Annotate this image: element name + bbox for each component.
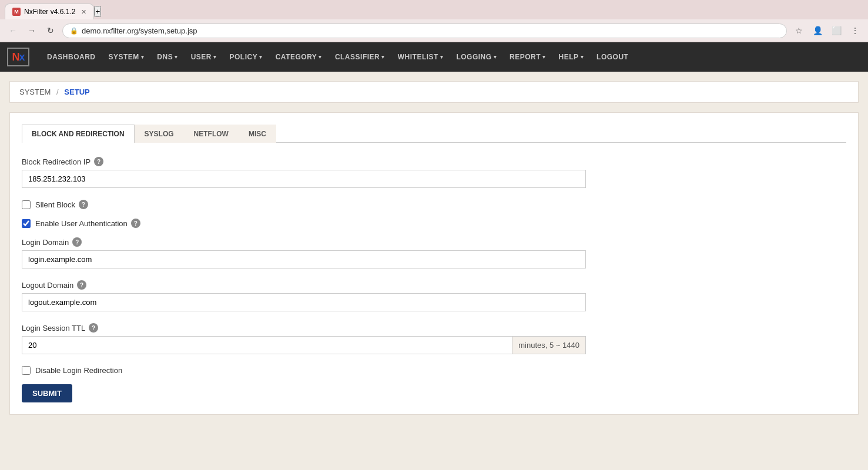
profile-button[interactable]: 👤 [809, 22, 826, 39]
chevron-down-icon: ▾ [175, 54, 178, 60]
nav-link-dashboard[interactable]: DASHBOARD [41, 48, 102, 66]
browser-chrome: M NxFilter v4.6.1.2 ✕ + ← → ↻ 🔒 ☆ 👤 ⬜ ⋮ [0, 0, 868, 42]
nav-menu: DASHBOARD SYSTEM ▾ DNS ▾ USER ▾ POLICY ▾… [41, 48, 634, 66]
breadcrumb: SYSTEM / SETUP [9, 81, 859, 103]
silent-block-label: Silent Block ? [35, 200, 88, 209]
url-bar[interactable]: 🔒 [62, 24, 787, 38]
nav-item-dashboard[interactable]: DASHBOARD [41, 48, 102, 66]
tab-syslog[interactable]: SYSLOG [135, 125, 184, 143]
secure-icon: 🔒 [70, 27, 78, 35]
logo-nx: Nx [12, 51, 24, 63]
chevron-down-icon: ▾ [213, 54, 217, 60]
breadcrumb-current: SETUP [64, 88, 89, 96]
tab-title: NxFilter v4.6.1.2 [24, 8, 75, 16]
login-domain-help-icon[interactable]: ? [72, 237, 82, 247]
browser-nav-buttons: ← → ↻ [5, 22, 59, 39]
nav-link-whitelist[interactable]: WHITELIST ▾ [392, 48, 450, 66]
nav-item-user[interactable]: USER ▾ [185, 48, 223, 66]
chevron-down-icon: ▾ [581, 54, 584, 60]
app-logo: Nx [7, 48, 29, 66]
enable-user-auth-row: Enable User Authentication ? [22, 219, 846, 228]
nav-item-policy[interactable]: POLICY ▾ [224, 48, 269, 66]
nav-link-logging[interactable]: LOGGING ▾ [450, 48, 502, 66]
nav-link-logout[interactable]: LOGOUT [591, 48, 634, 66]
silent-block-help-icon[interactable]: ? [79, 200, 88, 209]
block-redirection-ip-group: Block Redirection IP ? [22, 157, 846, 188]
nav-item-category[interactable]: CATEGORY ▾ [270, 48, 328, 66]
login-domain-label: Login Domain ? [22, 237, 846, 247]
chevron-down-icon: ▾ [259, 54, 263, 60]
login-domain-input[interactable] [22, 250, 586, 268]
forward-button[interactable]: → [24, 22, 40, 39]
new-tab-button[interactable]: + [94, 6, 101, 17]
disable-login-redirect-label: Disable Login Redirection [35, 366, 122, 375]
nav-link-policy[interactable]: POLICY ▾ [224, 48, 269, 66]
nav-item-dns[interactable]: DNS ▾ [151, 48, 183, 66]
chevron-down-icon: ▾ [494, 54, 497, 60]
browser-tab[interactable]: M NxFilter v4.6.1.2 ✕ [5, 4, 94, 19]
chevron-down-icon: ▾ [381, 54, 385, 60]
enable-user-auth-label: Enable User Authentication ? [35, 219, 140, 228]
nav-link-system[interactable]: SYSTEM ▾ [103, 48, 150, 66]
url-bar-actions: ☆ 👤 ⬜ ⋮ [790, 22, 863, 39]
breadcrumb-separator: / [56, 88, 59, 96]
nav-item-report[interactable]: REPORT ▾ [504, 48, 552, 66]
login-domain-group: Login Domain ? [22, 237, 846, 268]
nav-link-report[interactable]: REPORT ▾ [504, 48, 552, 66]
chevron-down-icon: ▾ [319, 54, 322, 60]
submit-button[interactable]: SUBMIT [22, 384, 72, 402]
disable-login-redirect-checkbox[interactable] [22, 366, 31, 375]
nav-link-dns[interactable]: DNS ▾ [151, 48, 183, 66]
nav-link-category[interactable]: CATEGORY ▾ [270, 48, 328, 66]
logout-domain-input[interactable] [22, 293, 586, 311]
block-redirection-ip-input[interactable] [22, 170, 586, 188]
nav-item-system[interactable]: SYSTEM ▾ [103, 48, 150, 66]
tab-misc[interactable]: MISC [239, 125, 276, 143]
address-bar: ← → ↻ 🔒 ☆ 👤 ⬜ ⋮ [0, 19, 868, 42]
tab-favicon: M [12, 8, 21, 16]
page-content: SYSTEM / SETUP BLOCK AND REDIRECTION SYS… [0, 72, 868, 424]
enable-user-auth-help-icon[interactable]: ? [131, 219, 140, 228]
nav-item-logout[interactable]: LOGOUT [591, 48, 634, 66]
nav-link-help[interactable]: HELP ▾ [553, 48, 590, 66]
tab-netflow[interactable]: NETFLOW [184, 125, 239, 143]
block-redirection-ip-label: Block Redirection IP ? [22, 157, 846, 166]
close-tab-button[interactable]: ✕ [81, 8, 86, 16]
nav-item-logging[interactable]: LOGGING ▾ [450, 48, 502, 66]
silent-block-row: Silent Block ? [22, 200, 846, 209]
logo-box: Nx [7, 48, 29, 66]
setup-card: BLOCK AND REDIRECTION SYSLOG NETFLOW MIS… [9, 112, 859, 415]
enable-user-auth-checkbox[interactable] [22, 219, 31, 228]
app-navbar: Nx DASHBOARD SYSTEM ▾ DNS ▾ USER ▾ POLIC… [0, 42, 868, 72]
login-session-ttl-input[interactable] [22, 336, 512, 354]
login-session-ttl-help-icon[interactable]: ? [89, 323, 98, 333]
logout-domain-help-icon[interactable]: ? [77, 280, 86, 290]
chevron-down-icon: ▾ [542, 54, 546, 60]
chevron-down-icon: ▾ [141, 54, 145, 60]
breadcrumb-parent[interactable]: SYSTEM [19, 88, 51, 96]
silent-block-checkbox[interactable] [22, 200, 31, 209]
login-session-ttl-label: Login Session TTL ? [22, 323, 846, 333]
ttl-row: minutes, 5 ~ 1440 [22, 336, 586, 354]
logout-domain-group: Logout Domain ? [22, 280, 846, 311]
chevron-down-icon: ▾ [440, 54, 444, 60]
nav-item-help[interactable]: HELP ▾ [553, 48, 590, 66]
tab-bar-setup: BLOCK AND REDIRECTION SYSLOG NETFLOW MIS… [22, 125, 846, 143]
disable-login-redirect-row: Disable Login Redirection [22, 366, 846, 375]
tab-bar: M NxFilter v4.6.1.2 ✕ + [0, 0, 868, 19]
block-redirection-ip-help-icon[interactable]: ? [94, 157, 103, 166]
nav-link-classifier[interactable]: CLASSIFIER ▾ [329, 48, 391, 66]
back-button[interactable]: ← [5, 22, 21, 39]
nav-link-user[interactable]: USER ▾ [185, 48, 223, 66]
ttl-suffix: minutes, 5 ~ 1440 [512, 336, 586, 354]
tab-block-redirection[interactable]: BLOCK AND REDIRECTION [22, 125, 135, 143]
menu-button[interactable]: ⋮ [847, 22, 863, 39]
reload-button[interactable]: ↻ [42, 22, 59, 39]
logout-domain-label: Logout Domain ? [22, 280, 846, 290]
bookmark-button[interactable]: ☆ [790, 22, 807, 39]
url-input[interactable] [82, 26, 779, 35]
login-session-ttl-group: Login Session TTL ? minutes, 5 ~ 1440 [22, 323, 846, 354]
nav-item-whitelist[interactable]: WHITELIST ▾ [392, 48, 450, 66]
extensions-button[interactable]: ⬜ [828, 22, 844, 39]
nav-item-classifier[interactable]: CLASSIFIER ▾ [329, 48, 391, 66]
